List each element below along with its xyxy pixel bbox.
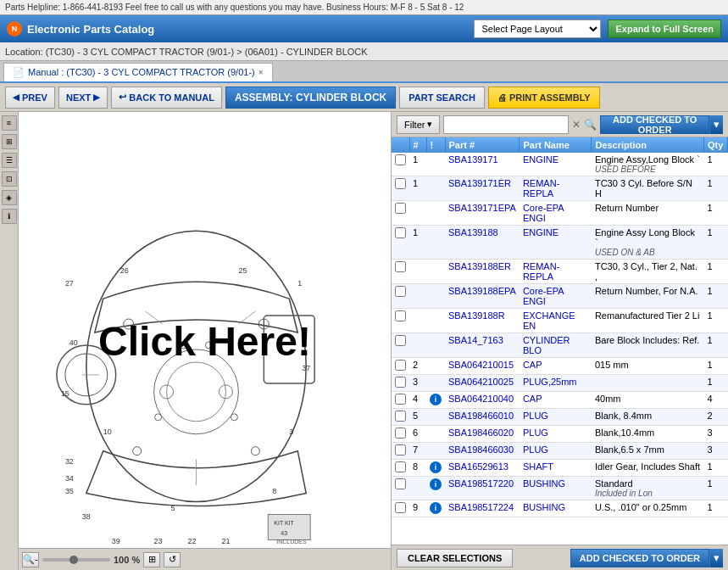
- part-number-link[interactable]: SBA198466020: [448, 428, 514, 438]
- sidebar-icon-3[interactable]: ☰: [2, 153, 17, 168]
- part-number-link[interactable]: SBA139171EPA: [448, 203, 516, 213]
- part-number-link[interactable]: SBA198517220: [448, 478, 514, 489]
- table-row: 9iSBA198517224BUSHINGU.S., .010" or 0.25…: [392, 500, 728, 517]
- row-checkbox[interactable]: [395, 360, 406, 371]
- row-checkbox[interactable]: [395, 310, 406, 321]
- next-button[interactable]: NEXT ▶: [58, 87, 108, 109]
- click-here-overlay[interactable]: Click Here!: [98, 318, 311, 365]
- zoom-percentage: 100 %: [114, 555, 140, 565]
- manual-tab[interactable]: 📄 Manual : (TC30) - 3 CYL COMPACT TRACTO…: [3, 63, 273, 81]
- row-checkbox[interactable]: [395, 502, 406, 513]
- row-note: Included in Lon: [595, 489, 701, 498]
- row-info-cell: [426, 358, 445, 375]
- sidebar-icon-4[interactable]: ⊡: [2, 171, 17, 187]
- part-name-link[interactable]: REMAN-REPLA: [523, 178, 559, 198]
- sidebar-icon-5[interactable]: ◈: [2, 190, 17, 205]
- info-icon[interactable]: i: [430, 394, 442, 405]
- clear-selections-button[interactable]: CLEAR SELECTIONS: [397, 549, 513, 567]
- prev-button[interactable]: ◀ PREV: [5, 87, 55, 109]
- sidebar-icon-6[interactable]: ℹ: [2, 209, 17, 224]
- main-content: ≡ ⊞ ☰ ⊡ ◈ ℹ Click Here!: [0, 112, 728, 570]
- part-name-link[interactable]: ENGINE: [523, 227, 559, 238]
- page-layout-select[interactable]: Select Page Layout: [474, 20, 601, 38]
- info-icon[interactable]: i: [430, 502, 442, 514]
- row-checkbox[interactable]: [395, 377, 406, 388]
- part-name-link[interactable]: EXCHANGE EN: [523, 310, 575, 331]
- row-checkbox-cell: [392, 153, 409, 176]
- row-checkbox[interactable]: [395, 286, 406, 297]
- part-name-link[interactable]: Core-EPA ENGI: [523, 286, 564, 306]
- svg-rect-28: [268, 515, 310, 540]
- tab-close-icon[interactable]: ×: [258, 68, 264, 77]
- part-name-link[interactable]: BUSHING: [523, 502, 565, 512]
- part-number-link[interactable]: SBA139171ER: [448, 178, 511, 188]
- part-number-link[interactable]: SBA064210040: [448, 394, 514, 404]
- row-number: [409, 309, 426, 333]
- row-checkbox[interactable]: [395, 154, 406, 165]
- back-to-manual-button[interactable]: ↩ BACK TO MANUAL: [111, 87, 222, 109]
- row-checkbox[interactable]: [395, 261, 406, 272]
- part-name-link[interactable]: REMAN-REPLA: [523, 261, 559, 282]
- row-qty: 1: [704, 500, 728, 517]
- svg-text:37: 37: [302, 364, 310, 372]
- part-number-link[interactable]: SBA139188ER: [448, 261, 511, 271]
- filter-button[interactable]: Filter ▾: [397, 115, 440, 134]
- info-icon[interactable]: i: [430, 478, 442, 490]
- part-name-link[interactable]: PLUG: [523, 428, 548, 438]
- part-number-link[interactable]: SBA064210015: [448, 360, 514, 370]
- zoom-fit-button[interactable]: ⊞: [143, 552, 160, 567]
- parts-table-container[interactable]: # ! Part # Part Name Description Qty 1SB…: [392, 137, 728, 545]
- part-name-link[interactable]: SHAFT: [523, 461, 553, 472]
- part-name-link[interactable]: PLUG,25mm: [523, 377, 577, 387]
- print-icon: 🖨: [497, 92, 507, 103]
- row-checkbox[interactable]: [395, 227, 406, 238]
- part-name-link[interactable]: CAP: [523, 360, 542, 370]
- part-number-link[interactable]: SBA16529613: [448, 461, 508, 472]
- filter-clear-button[interactable]: ✕: [572, 119, 581, 131]
- assembly-button[interactable]: ASSEMBLY: CYLINDER BLOCK: [225, 87, 396, 109]
- filter-search-button[interactable]: 🔍: [584, 119, 597, 131]
- part-number-link[interactable]: SBA139171: [448, 154, 498, 165]
- add-to-order-button[interactable]: ADD CHECKED TO ORDER: [600, 115, 709, 134]
- print-assembly-button[interactable]: 🖨 PRINT ASSEMBLY: [488, 87, 600, 109]
- info-icon[interactable]: i: [430, 461, 442, 473]
- row-checkbox[interactable]: [395, 461, 406, 472]
- part-name-link[interactable]: BUSHING: [523, 478, 565, 489]
- part-name-link[interactable]: ENGINE: [523, 154, 559, 165]
- row-checkbox-cell: [392, 460, 409, 477]
- expand-fullscreen-button[interactable]: Expand to Full Screen: [608, 20, 721, 38]
- part-number-link[interactable]: SBA14_7163: [448, 335, 503, 345]
- part-name-link[interactable]: PLUG: [523, 444, 548, 455]
- row-checkbox[interactable]: [395, 411, 406, 422]
- part-number-link[interactable]: SBA139188R: [448, 310, 505, 321]
- sidebar-icon-1[interactable]: ≡: [2, 115, 17, 131]
- row-checkbox[interactable]: [395, 478, 406, 489]
- row-checkbox[interactable]: [395, 203, 406, 214]
- zoom-out-button[interactable]: 🔍-: [22, 552, 39, 567]
- part-name-link[interactable]: PLUG: [523, 411, 548, 421]
- part-name-link[interactable]: Core-EPA ENGI: [523, 203, 564, 223]
- part-search-button[interactable]: PART SEARCH: [399, 87, 485, 109]
- row-checkbox[interactable]: [395, 444, 406, 455]
- row-checkbox[interactable]: [395, 394, 406, 405]
- bottom-add-to-order-dropdown-button[interactable]: ▾: [709, 549, 723, 567]
- part-number-link[interactable]: SBA139188EPA: [448, 286, 516, 296]
- app-header: N Electronic Parts Catalog Select Page L…: [0, 15, 728, 42]
- row-number: 8: [409, 460, 426, 477]
- part-number-link[interactable]: SBA198466030: [448, 444, 514, 455]
- add-to-order-dropdown-button[interactable]: ▾: [709, 115, 723, 134]
- zoom-slider-track[interactable]: [42, 558, 110, 562]
- sidebar-icon-2[interactable]: ⊞: [2, 134, 17, 149]
- part-number-link[interactable]: SBA198517224: [448, 502, 514, 512]
- part-number-link[interactable]: SBA139188: [448, 227, 498, 238]
- part-number-link[interactable]: SBA198466010: [448, 411, 514, 421]
- zoom-reset-button[interactable]: ↺: [164, 552, 181, 567]
- bottom-add-to-order-button[interactable]: ADD CHECKED TO ORDER: [570, 549, 709, 567]
- part-number-link[interactable]: SBA064210025: [448, 377, 514, 387]
- filter-input[interactable]: [443, 115, 569, 134]
- part-name-link[interactable]: CAP: [523, 394, 542, 404]
- row-checkbox[interactable]: [395, 428, 406, 439]
- part-name-link[interactable]: CYLINDER BLO: [523, 335, 570, 355]
- row-checkbox[interactable]: [395, 178, 406, 189]
- row-checkbox[interactable]: [395, 335, 406, 346]
